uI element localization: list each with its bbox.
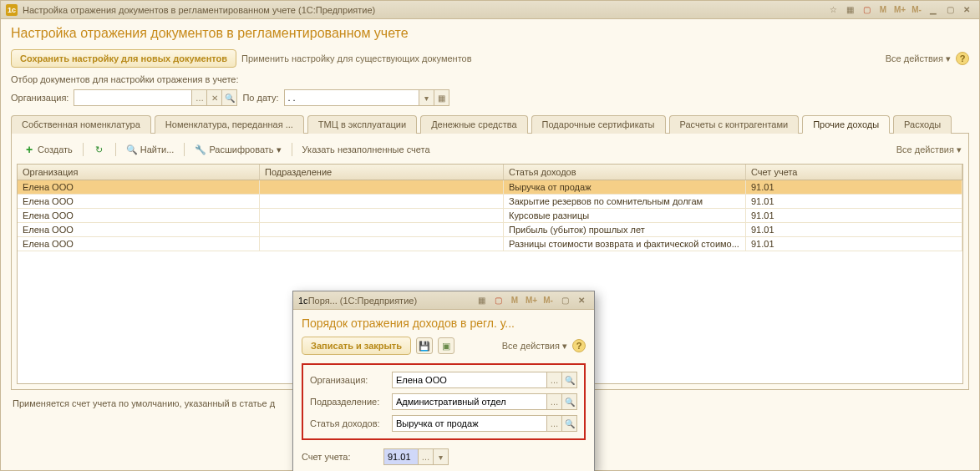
tb-tool-star-icon[interactable]: ☆ xyxy=(825,3,840,17)
hammer-icon: 🔧 xyxy=(195,144,206,155)
window-title: Настройка отражения документов в регламе… xyxy=(23,5,825,15)
cell-dep xyxy=(260,195,504,208)
main-toolbar: Сохранить настройку для новых документов… xyxy=(11,49,969,68)
org-ellipsis-icon[interactable]: … xyxy=(191,90,206,105)
date-dropdown-icon[interactable]: ▾ xyxy=(419,90,434,105)
dlg-acc-dropdown-icon[interactable]: ▾ xyxy=(433,449,448,464)
tab-cash[interactable]: Денежные средства xyxy=(420,115,527,134)
org-clear-icon[interactable]: ✕ xyxy=(206,90,221,105)
tb-m-button[interactable]: M xyxy=(876,3,891,17)
table-row[interactable]: Елена ОООРазницы стоимости возврата и фа… xyxy=(18,237,962,251)
dlg-close-button[interactable]: ✕ xyxy=(574,294,589,307)
maximize-button[interactable]: ▢ xyxy=(942,3,957,17)
panel-toolbar: +Создать ↻ 🔍Найти... 🔧Расшифровать ▾ Ука… xyxy=(17,139,963,160)
dlg-dep-input[interactable] xyxy=(393,394,546,409)
dlg-acc-label: Счет учета: xyxy=(302,452,378,462)
org-search-icon[interactable]: 🔍 xyxy=(221,90,236,105)
ext-icon[interactable]: ▣ xyxy=(438,337,454,354)
table-row[interactable]: Елена ОООКурсовые разницы91.01 xyxy=(18,209,962,223)
save-close-button[interactable]: Записать и закрыть xyxy=(302,337,411,355)
dlg-grid-icon[interactable]: ▦ xyxy=(474,294,489,307)
dlg-org-ellipsis-icon[interactable]: … xyxy=(546,372,561,387)
dlg-dep-search-icon[interactable]: 🔍 xyxy=(561,394,576,409)
cell-art: Курсовые разницы xyxy=(504,209,746,222)
tabs: Собственная номенклатура Номенклатура, п… xyxy=(11,114,969,134)
dlg-org-label: Организация: xyxy=(310,375,387,385)
dlg-org-search-icon[interactable]: 🔍 xyxy=(561,372,576,387)
table-row[interactable]: Елена ОООЗакрытие резервов по сомнительн… xyxy=(18,195,962,209)
tab-expenses[interactable]: Расходы xyxy=(893,115,952,134)
table-row[interactable]: Елена ОООВыручка от продаж91.01 xyxy=(18,180,962,195)
decrypt-button[interactable]: 🔧Расшифровать ▾ xyxy=(190,142,286,157)
minimize-button[interactable]: ▁ xyxy=(926,3,941,17)
dlg-dep-label: Подразделение: xyxy=(310,397,387,407)
save-icon[interactable]: 💾 xyxy=(416,337,433,354)
page-title: Настройка отражения документов в регламе… xyxy=(11,26,969,41)
dialog-title: Поря... (1С:Предприятие) xyxy=(308,296,474,306)
apply-existing-link[interactable]: Применить настройку для существующих док… xyxy=(241,53,472,63)
dlg-org-input[interactable] xyxy=(393,372,546,387)
tab-gift-certs[interactable]: Подарочные сертификаты xyxy=(531,115,666,134)
cell-org: Елена ООО xyxy=(18,195,260,208)
date-calendar-icon[interactable]: ▦ xyxy=(434,90,449,105)
refresh-icon: ↻ xyxy=(94,144,105,155)
cell-dep xyxy=(260,180,504,194)
dlg-mplus-button[interactable]: M+ xyxy=(524,294,539,307)
cell-org: Елена ООО xyxy=(18,223,260,236)
filter-caption: Отбор документов для настройки отражения… xyxy=(11,74,969,84)
dlg-art-ellipsis-icon[interactable]: … xyxy=(546,416,561,431)
table-row[interactable]: Елена ОООПрибыль (убыток) прошлых лет91.… xyxy=(18,223,962,237)
dlg-art-input[interactable] xyxy=(393,416,546,431)
dlg-dep-ellipsis-icon[interactable]: … xyxy=(546,394,561,409)
cell-acc: 91.01 xyxy=(746,180,962,194)
dlg-m-button[interactable]: M xyxy=(507,294,522,307)
dlg-acc-input[interactable] xyxy=(384,449,418,464)
tab-other-income[interactable]: Прочие доходы xyxy=(802,115,890,134)
dialog: 1c Поря... (1С:Предприятие) ▦ ▢ M M+ M- … xyxy=(292,291,595,471)
cell-dep xyxy=(260,237,504,251)
date-input-group: ▾ ▦ xyxy=(284,89,449,106)
cell-acc: 91.01 xyxy=(746,195,962,208)
date-input[interactable] xyxy=(285,90,419,105)
all-actions-dropdown[interactable]: Все действия ▾ xyxy=(886,53,951,64)
dlg-maximize-button[interactable]: ▢ xyxy=(557,294,572,307)
cell-dep xyxy=(260,223,504,236)
tb-tool-grid-icon[interactable]: ▦ xyxy=(842,3,857,17)
find-button[interactable]: 🔍Найти... xyxy=(121,142,180,157)
create-button[interactable]: +Создать xyxy=(18,142,78,157)
col-art[interactable]: Статья доходов xyxy=(504,165,746,180)
dlg-acc-ellipsis-icon[interactable]: … xyxy=(418,449,433,464)
col-dep[interactable]: Подразделение xyxy=(260,165,504,180)
cell-acc: 91.01 xyxy=(746,237,962,251)
tab-transferred-nomenclature[interactable]: Номенклатура, переданная ... xyxy=(155,115,304,134)
date-label: По дату: xyxy=(242,93,278,103)
help-icon[interactable]: ? xyxy=(956,52,969,65)
tab-own-nomenclature[interactable]: Собственная номенклатура xyxy=(11,115,151,134)
dlg-help-icon[interactable]: ? xyxy=(572,339,586,352)
unfilled-button[interactable]: Указать незаполненные счета xyxy=(297,143,435,156)
dlg-mminus-button[interactable]: M- xyxy=(541,294,556,307)
plus-icon: + xyxy=(23,144,35,155)
save-new-button[interactable]: Сохранить настройку для новых документов xyxy=(11,49,236,68)
col-org[interactable]: Организация xyxy=(18,165,260,180)
org-input[interactable] xyxy=(74,90,191,105)
dlg-art-label: Статья доходов: xyxy=(310,418,387,428)
dlg-art-search-icon[interactable]: 🔍 xyxy=(561,416,576,431)
dlg-calendar-icon[interactable]: ▢ xyxy=(490,294,505,307)
col-acc[interactable]: Счет учета xyxy=(746,165,962,180)
panel-all-actions-dropdown[interactable]: Все действия ▾ xyxy=(896,144,962,155)
tab-counterparty[interactable]: Расчеты с контрагентами xyxy=(669,115,800,134)
cell-art: Разницы стоимости возврата и фактической… xyxy=(504,237,746,251)
dialog-heading: Порядок отражения доходов в регл. у... xyxy=(302,317,586,330)
tb-mminus-button[interactable]: M- xyxy=(909,3,924,17)
tb-tool-calendar-icon[interactable]: ▢ xyxy=(859,3,874,17)
cell-dep xyxy=(260,209,504,222)
field-box: Организация: … 🔍 Подразделение: … 🔍 Стат… xyxy=(302,363,586,440)
close-button[interactable]: ✕ xyxy=(959,3,974,17)
tb-mplus-button[interactable]: M+ xyxy=(892,3,907,17)
tab-tmc[interactable]: ТМЦ в эксплуатации xyxy=(307,115,417,134)
org-input-group: … ✕ 🔍 xyxy=(74,89,237,106)
cell-art: Закрытие резервов по сомнительным долгам xyxy=(504,195,746,208)
refresh-button[interactable]: ↻ xyxy=(89,142,110,157)
dlg-all-actions-dropdown[interactable]: Все действия ▾ xyxy=(502,341,567,352)
